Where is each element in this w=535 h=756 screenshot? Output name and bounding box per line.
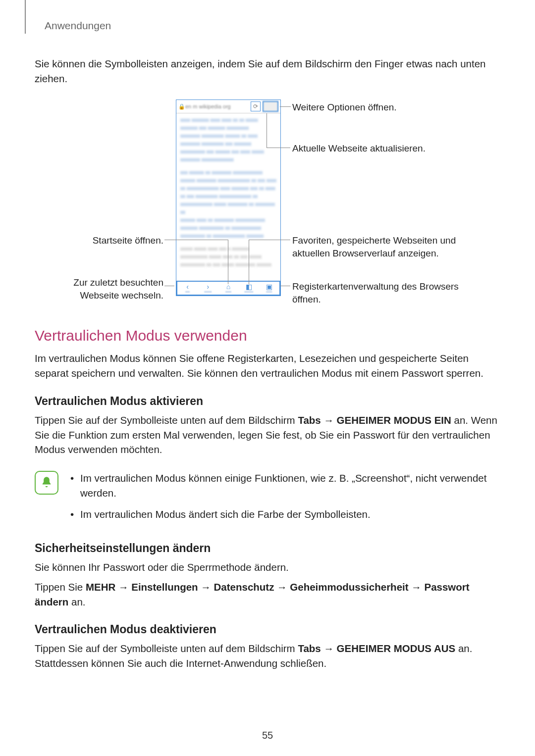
leader-line bbox=[280, 106, 291, 107]
callout-back: Zur zuletzt besuchten Webseite wechseln. bbox=[35, 276, 163, 302]
callout-tabs: Registerkartenverwaltung des Browsers öf… bbox=[292, 280, 471, 305]
bold-tabs: Tabs bbox=[298, 643, 321, 654]
arrow: → bbox=[321, 643, 337, 654]
leader-line bbox=[280, 240, 290, 240]
bold-secret-off: GEHEIMER MODUS AUS bbox=[337, 643, 456, 654]
intro-paragraph: Sie können die Symbolleisten anzeigen, i… bbox=[35, 56, 500, 86]
callout-more-options: Weitere Optionen öffnen. bbox=[292, 101, 471, 114]
bold-secret-on: GEHEIMER MODUS EIN bbox=[337, 414, 451, 426]
blurred-text: xxxx xxxxxxx xxxx xxxx xx xx xxxxxxxxxxx… bbox=[180, 116, 276, 164]
leader-line bbox=[164, 286, 174, 286]
note-block: Im vertraulichen Modus können einige Fun… bbox=[35, 471, 500, 529]
manual-page: Anwendungen Sie können die Symbolleisten… bbox=[0, 0, 535, 756]
callout-bookmarks: Favoriten, gespeicherte Webseiten und ak… bbox=[292, 234, 471, 259]
text: Tippen Sie auf der Symbolleiste unten au… bbox=[35, 643, 298, 654]
arrow: → bbox=[274, 581, 290, 593]
arrow: → bbox=[115, 581, 131, 593]
forward-icon: ›xxxxx bbox=[204, 283, 213, 293]
url-bar: 🔒 en m wikipedia org ⟳ bbox=[176, 100, 280, 113]
blurred-text: xxxxx xxxxx xxxx xxx x xxxxxxxxxxxxxxxxx… bbox=[180, 245, 276, 269]
text: an. bbox=[68, 596, 85, 607]
text: Tippen Sie bbox=[35, 581, 86, 593]
activate-paragraph: Tippen Sie auf der Symbolleiste unten au… bbox=[35, 413, 500, 457]
arrow: → bbox=[198, 581, 214, 593]
phone-mockup: 🔒 en m wikipedia org ⟳ xxxx xxxxxxx xxxx… bbox=[176, 100, 281, 296]
header-rule bbox=[25, 0, 26, 34]
bold-secret-security: Geheimmodussicherheit bbox=[290, 581, 408, 593]
page-number: 55 bbox=[0, 730, 535, 741]
deactivate-paragraph: Tippen Sie auf der Symbolleiste unten au… bbox=[35, 641, 500, 670]
note-item: Im vertraulichen Modus ändert sich die F… bbox=[68, 507, 500, 522]
heading-security: Sicherheitseinstellungen ändern bbox=[35, 542, 500, 555]
callout-refresh: Aktuelle Webseite aktualisieren. bbox=[292, 142, 471, 155]
leader-line bbox=[267, 113, 267, 148]
bold-tabs: Tabs bbox=[298, 414, 321, 426]
blurred-text: xxx xxxxxx xx xxxxxxxx xxxxxxxxxxxxxxxxx… bbox=[180, 169, 276, 240]
url-text: en m wikipedia org bbox=[183, 103, 251, 109]
text: Tippen Sie auf der Symbolleiste unten au… bbox=[35, 414, 298, 426]
arrow: → bbox=[409, 581, 425, 593]
bold-more: MEHR bbox=[86, 581, 115, 593]
heading-deactivate: Vertraulichen Modus deaktivieren bbox=[35, 623, 500, 636]
bottom-toolbar-highlight: ‹xxx ›xxxxx ⌂xxxx ◧xxxxxx ▣xxxx bbox=[176, 281, 280, 296]
tabs-icon: ▣xxxx bbox=[265, 283, 273, 293]
back-icon: ‹xxx bbox=[183, 283, 192, 293]
security-p1: Sie können Ihr Passwort oder die Sperrme… bbox=[35, 560, 500, 575]
leader-line bbox=[228, 240, 228, 284]
leader-line bbox=[249, 240, 280, 240]
callout-home: Startseite öffnen. bbox=[35, 234, 163, 247]
leader-line bbox=[249, 240, 249, 284]
bell-note-icon bbox=[35, 471, 58, 495]
refresh-button-highlight: ⟳ bbox=[251, 101, 261, 111]
leader-line bbox=[174, 240, 228, 240]
more-button-highlight bbox=[263, 101, 278, 112]
arrow: → bbox=[321, 414, 337, 426]
leader-line bbox=[267, 148, 290, 148]
bold-settings: Einstellungen bbox=[131, 581, 198, 593]
bookmark-icon: ◧xxxxxx bbox=[244, 283, 253, 293]
leader-line bbox=[164, 240, 174, 240]
heading-activate: Vertraulichen Modus aktivieren bbox=[35, 395, 500, 408]
home-icon: ⌂xxxx bbox=[224, 283, 233, 293]
note-item: Im vertraulichen Modus können einige Fun… bbox=[68, 471, 500, 500]
phone-content: xxxx xxxxxxx xxxx xxxx xx xx xxxxxxxxxxx… bbox=[176, 113, 280, 289]
bold-privacy: Datenschutz bbox=[214, 581, 274, 593]
leader-line bbox=[280, 286, 290, 286]
browser-diagram: 🔒 en m wikipedia org ⟳ xxxx xxxxxxx xxxx… bbox=[35, 100, 500, 312]
lock-icon: 🔒 bbox=[178, 103, 183, 110]
heading-secret-mode: Vertraulichen Modus verwenden bbox=[35, 327, 500, 344]
secret-mode-paragraph: Im vertraulichen Modus können Sie offene… bbox=[35, 351, 500, 380]
security-p2: Tippen Sie MEHR → Einstellungen → Datens… bbox=[35, 580, 500, 609]
note-list: Im vertraulichen Modus können einige Fun… bbox=[68, 471, 500, 529]
chapter-title: Anwendungen bbox=[45, 20, 500, 32]
